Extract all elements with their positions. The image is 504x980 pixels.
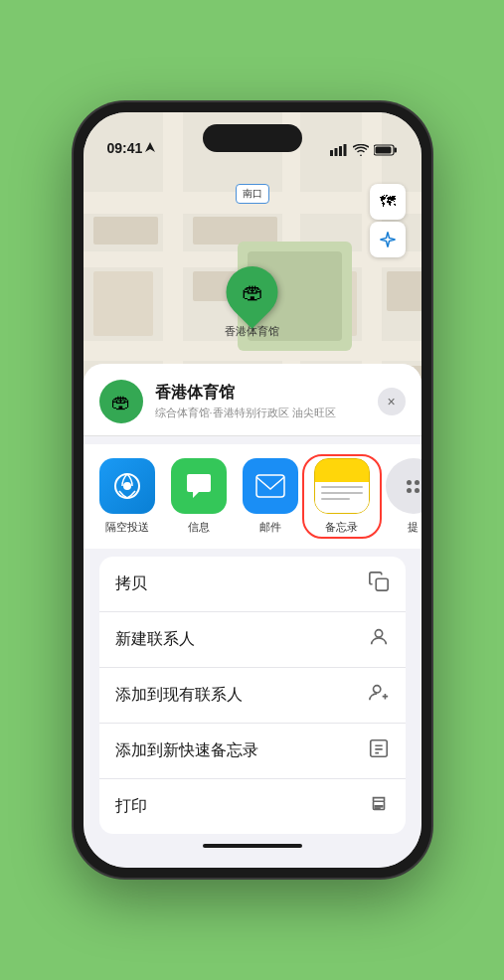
copy-icon: [368, 571, 390, 597]
svg-rect-15: [370, 740, 387, 757]
messages-label: 信息: [188, 520, 210, 535]
print-icon: [368, 793, 390, 820]
phone-frame: 09:41: [74, 102, 431, 878]
svg-rect-20: [375, 806, 382, 807]
map-north-gate-label: 南口: [236, 184, 269, 204]
messages-icon: [171, 458, 227, 514]
action-new-contact-label: 新建联系人: [115, 629, 195, 650]
mail-icon: [243, 458, 298, 514]
share-app-messages[interactable]: 信息: [163, 458, 235, 535]
action-list: 拷贝 新建联系人: [99, 557, 406, 834]
new-contact-icon: [368, 626, 390, 653]
signal-icon: [330, 144, 348, 156]
action-add-notes-label: 添加到新快速备忘录: [115, 740, 258, 761]
bottom-sheet: 🏟 香港体育馆 综合体育馆·香港特别行政区 油尖旺区 ×: [84, 364, 421, 868]
more-icon: [386, 458, 421, 514]
notes-label: 备忘录: [325, 520, 358, 535]
action-add-existing[interactable]: 添加到现有联系人: [99, 668, 406, 724]
map-layers-button[interactable]: 🗺: [370, 184, 406, 220]
more-label: 提: [408, 520, 419, 535]
add-contact-icon: [368, 682, 390, 709]
notes-icon: [314, 458, 370, 514]
location-name: 香港体育馆: [155, 383, 366, 404]
action-new-contact[interactable]: 新建联系人: [99, 612, 406, 668]
location-button[interactable]: [370, 222, 406, 257]
wifi-icon: [353, 144, 369, 156]
close-button[interactable]: ×: [378, 388, 406, 415]
svg-rect-5: [394, 148, 397, 153]
action-add-notes[interactable]: 添加到新快速备忘录: [99, 724, 406, 779]
svg-point-8: [123, 482, 131, 490]
svg-point-11: [375, 630, 382, 637]
location-header: 🏟 香港体育馆 综合体育馆·香港特别行政区 油尖旺区 ×: [84, 364, 421, 436]
svg-rect-21: [375, 808, 380, 809]
action-copy[interactable]: 拷贝: [99, 557, 406, 612]
map-controls: 🗺: [370, 184, 406, 257]
action-copy-label: 拷贝: [115, 573, 147, 594]
stadium-marker: 🏟 香港体育馆: [225, 266, 279, 339]
svg-rect-1: [334, 148, 337, 156]
location-detail: 综合体育馆·香港特别行政区 油尖旺区: [155, 406, 366, 420]
share-app-mail[interactable]: 邮件: [235, 458, 306, 535]
more-icon-container: [386, 458, 421, 514]
location-info: 香港体育馆 综合体育馆·香港特别行政区 油尖旺区: [155, 383, 366, 420]
share-app-airdrop[interactable]: 隔空投送: [91, 458, 163, 535]
location-icon: 🏟: [99, 380, 143, 423]
action-print[interactable]: 打印: [99, 779, 406, 834]
marker-pin: 🏟: [216, 255, 289, 329]
airdrop-label: 隔空投送: [105, 520, 149, 535]
share-app-more[interactable]: 提: [378, 458, 421, 535]
battery-icon: [374, 144, 398, 156]
phone-screen: 09:41: [84, 112, 421, 868]
share-app-notes[interactable]: 备忘录: [306, 458, 378, 535]
location-arrow-icon: [145, 142, 155, 154]
action-print-label: 打印: [115, 796, 147, 817]
svg-point-12: [373, 686, 380, 693]
svg-rect-10: [376, 578, 388, 590]
svg-rect-6: [375, 147, 391, 154]
action-add-existing-label: 添加到现有联系人: [115, 685, 243, 706]
airdrop-icon: [99, 458, 155, 514]
stadium-icon: 🏟: [242, 279, 263, 305]
svg-rect-9: [256, 475, 284, 497]
status-icons: [330, 144, 398, 156]
svg-rect-0: [330, 150, 333, 156]
dynamic-island: [203, 124, 302, 152]
svg-rect-3: [343, 144, 346, 156]
quick-note-icon: [368, 737, 390, 764]
home-indicator: [203, 844, 302, 848]
compass-icon: [379, 231, 397, 248]
svg-rect-2: [339, 146, 342, 156]
time-display: 09:41: [107, 140, 143, 156]
share-apps-row: 隔空投送 信息: [84, 444, 421, 549]
status-time: 09:41: [107, 140, 156, 156]
mail-label: 邮件: [259, 520, 281, 535]
